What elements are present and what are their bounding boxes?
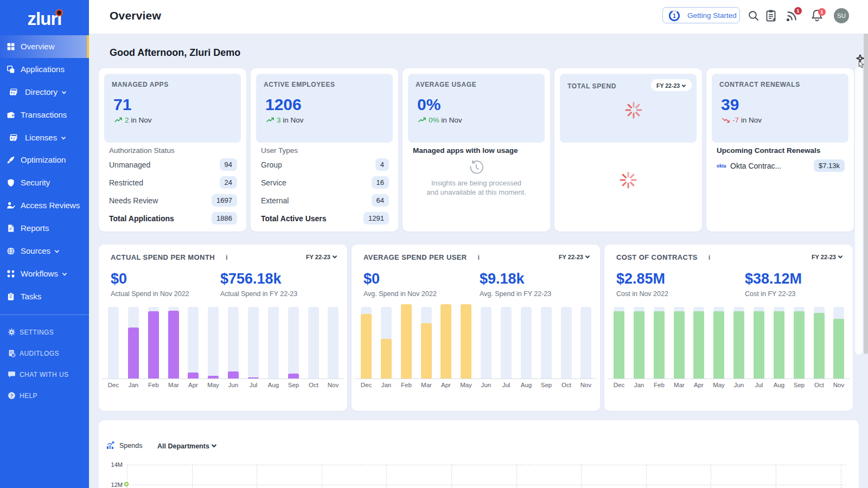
svg-text:1: 1 [673,12,676,19]
svg-text:?: ? [10,394,13,399]
